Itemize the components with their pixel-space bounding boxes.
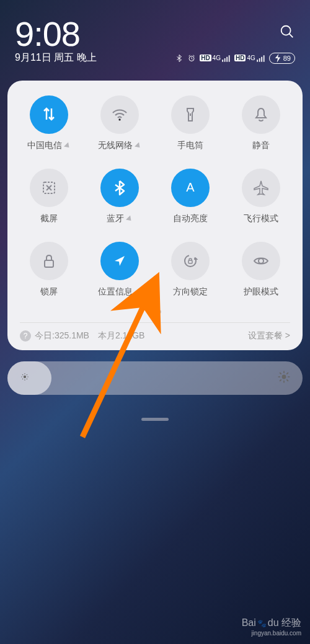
brightness-low-icon xyxy=(19,371,31,386)
svg-point-2 xyxy=(119,119,121,121)
tile-label: 自动亮度 xyxy=(173,213,208,224)
tile-wifi[interactable]: 无线网络 xyxy=(84,95,155,151)
tile-airplane[interactable]: 飞行模式 xyxy=(226,169,296,224)
silent-icon xyxy=(252,106,270,123)
search-icon xyxy=(279,24,295,40)
page-indicator[interactable] xyxy=(14,310,296,314)
location-icon xyxy=(111,252,128,270)
airplane-icon xyxy=(252,179,270,196)
tile-label: 飞行模式 xyxy=(244,213,278,224)
tile-label: 位置信息 xyxy=(98,286,133,298)
page-dot-1 xyxy=(149,310,153,314)
flashlight-toggle[interactable] xyxy=(171,95,210,134)
auto-brightness-icon: A xyxy=(182,179,199,196)
brightness-high-icon xyxy=(277,369,291,387)
tile-location[interactable]: 位置信息 xyxy=(84,242,155,298)
expand-icon[interactable] xyxy=(135,142,142,149)
tile-label: 无线网络 xyxy=(98,140,133,151)
help-icon: ? xyxy=(20,330,31,342)
tile-label: 静音 xyxy=(252,140,270,151)
month-usage: 本月2.12GB xyxy=(98,330,144,342)
tile-auto-brightness[interactable]: A自动亮度 xyxy=(155,169,226,224)
bluetooth-icon xyxy=(111,179,128,196)
mobile-data-toggle[interactable] xyxy=(30,95,68,134)
drag-handle[interactable] xyxy=(141,418,169,421)
signal-icon xyxy=(257,54,265,63)
watermark-url: jingyan.baidu.com xyxy=(242,630,301,637)
svg-point-6 xyxy=(185,255,196,267)
set-plan-link[interactable]: 设置套餐 > xyxy=(248,330,290,342)
location-toggle[interactable] xyxy=(100,242,139,280)
date-display: 9月11日 周五 晚上 xyxy=(15,51,97,64)
tile-label: 中国电信 xyxy=(27,140,62,151)
notification-header: 9:08 9月11日 周五 晚上 HD 4G HD 4G 89 xyxy=(0,0,310,69)
expand-icon[interactable] xyxy=(135,288,142,296)
status-bar: HD 4G HD 4G 89 xyxy=(175,53,295,64)
today-usage: 今日:325.1MB xyxy=(35,330,89,342)
tile-silent[interactable]: 静音 xyxy=(226,95,296,151)
page-dot-2 xyxy=(157,310,161,314)
watermark-brand: du 经验 xyxy=(268,617,301,630)
alarm-icon xyxy=(187,54,196,63)
wifi-toggle[interactable] xyxy=(100,95,139,134)
flashlight-icon xyxy=(182,106,199,123)
svg-point-10 xyxy=(282,375,286,379)
battery-indicator: 89 xyxy=(269,53,295,64)
bluetooth-toggle[interactable] xyxy=(100,169,139,207)
lock-toggle[interactable] xyxy=(30,242,68,280)
expand-icon[interactable] xyxy=(64,142,71,149)
bluetooth-status-icon xyxy=(175,54,184,63)
silent-toggle[interactable] xyxy=(242,95,280,134)
tile-label: 锁屏 xyxy=(40,286,58,298)
expand-icon[interactable] xyxy=(126,215,133,223)
mobile-data-icon xyxy=(40,106,58,123)
tile-screenshot[interactable]: 截屏 xyxy=(14,169,84,224)
wifi-icon xyxy=(111,106,128,123)
svg-rect-7 xyxy=(188,260,192,263)
bolt-icon xyxy=(273,54,282,63)
brightness-slider[interactable] xyxy=(7,361,303,395)
tile-lock[interactable]: 锁屏 xyxy=(14,242,84,298)
time-display: 9:08 xyxy=(15,14,80,54)
svg-point-8 xyxy=(259,258,264,263)
rotation-lock-icon xyxy=(182,252,199,270)
svg-text:A: A xyxy=(186,180,195,194)
divider xyxy=(20,322,290,323)
quick-settings-panel: 中国电信无线网络手电筒静音截屏蓝牙A自动亮度飞行模式锁屏位置信息方向锁定护眼模式… xyxy=(7,81,303,350)
sim1-indicator: HD 4G xyxy=(200,54,231,63)
tile-bluetooth[interactable]: 蓝牙 xyxy=(84,169,155,224)
tile-mobile-data[interactable]: 中国电信 xyxy=(14,95,84,151)
tile-label: 蓝牙 xyxy=(107,213,124,224)
screenshot-toggle[interactable] xyxy=(30,169,68,207)
screenshot-icon xyxy=(40,179,58,196)
tile-label: 截屏 xyxy=(40,213,58,224)
svg-rect-5 xyxy=(45,260,53,267)
data-usage-row[interactable]: ? 今日:325.1MB 本月2.12GB 设置套餐 > xyxy=(14,330,296,342)
airplane-toggle[interactable] xyxy=(242,169,280,207)
lock-icon xyxy=(40,252,58,270)
sim2-indicator: HD 4G xyxy=(234,54,265,63)
eye-care-toggle[interactable] xyxy=(242,242,280,280)
tile-label: 护眼模式 xyxy=(244,286,278,298)
eye-care-icon xyxy=(252,252,270,270)
tile-rotation-lock[interactable]: 方向锁定 xyxy=(155,242,226,298)
search-button[interactable] xyxy=(279,24,295,42)
tile-label: 方向锁定 xyxy=(173,286,208,298)
tile-label: 手电筒 xyxy=(177,140,203,151)
auto-brightness-toggle[interactable]: A xyxy=(171,169,210,207)
tile-eye-care[interactable]: 护眼模式 xyxy=(226,242,296,298)
svg-point-0 xyxy=(281,26,291,35)
tile-flashlight[interactable]: 手电筒 xyxy=(155,95,226,151)
svg-point-9 xyxy=(24,376,26,378)
rotation-lock-toggle[interactable] xyxy=(171,242,210,280)
signal-icon xyxy=(222,54,231,63)
watermark: Bai🐾du 经验 jingyan.baidu.com xyxy=(242,617,301,637)
